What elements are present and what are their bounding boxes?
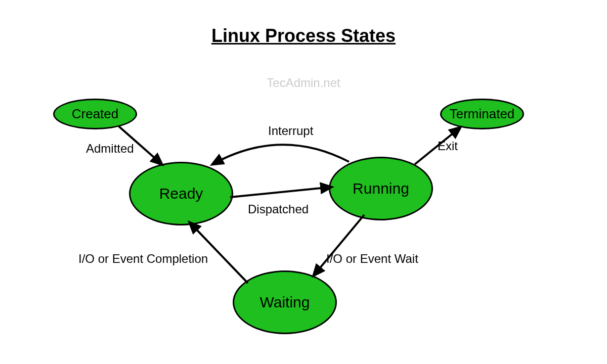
edge-label-admitted: Admitted <box>86 142 134 156</box>
edge-label-exit: Exit <box>438 139 458 153</box>
state-label: Waiting <box>260 294 310 311</box>
state-label: Ready <box>159 185 203 202</box>
state-created: Created <box>53 99 137 129</box>
state-label: Running <box>353 180 409 197</box>
state-label: Created <box>72 106 119 122</box>
edge-dispatched <box>230 187 331 197</box>
diagram-title: Linux Process States <box>211 25 396 47</box>
watermark-text: TecAdmin.net <box>267 76 340 90</box>
state-terminated: Terminated <box>440 99 524 129</box>
edge-label-io-completion: I/O or Event Completion <box>78 252 208 266</box>
edge-io-wait <box>314 215 364 276</box>
state-running: Running <box>329 157 433 220</box>
state-label: Terminated <box>450 106 515 122</box>
edge-interrupt <box>212 145 349 164</box>
state-waiting: Waiting <box>233 270 337 334</box>
edge-label-dispatched: Dispatched <box>248 202 309 216</box>
edge-label-io-wait: I/O or Event Wait <box>326 252 418 266</box>
state-ready: Ready <box>129 162 233 225</box>
edge-label-interrupt: Interrupt <box>268 124 313 138</box>
